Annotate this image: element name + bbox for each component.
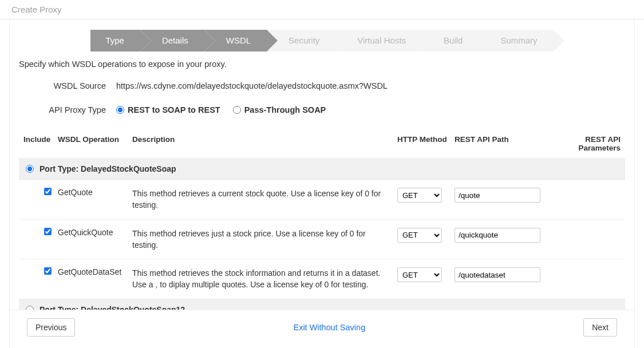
operation-name: GetQuote bbox=[58, 188, 132, 197]
operation-description: This method retrieves a current stock qu… bbox=[132, 188, 397, 211]
step-summary: Summary bbox=[479, 30, 553, 52]
proxy-type-rest-label[interactable]: REST to SOAP to REST bbox=[128, 105, 220, 114]
rest-path-input[interactable] bbox=[455, 228, 540, 243]
proxy-type-row: API Proxy Type REST to SOAP to REST Pass… bbox=[19, 105, 625, 114]
http-method-select[interactable]: GET bbox=[397, 188, 442, 203]
include-checkbox[interactable] bbox=[44, 228, 52, 235]
footer-bar: Previous Exit Without Saving Next bbox=[10, 310, 634, 348]
header-description: Description bbox=[132, 135, 397, 144]
wsdl-source-row: WSDL Source https://ws.cdyne.com/delayed… bbox=[19, 81, 625, 90]
operation-name: GetQuoteDataSet bbox=[58, 267, 132, 276]
wsdl-source-label: WSDL Source bbox=[19, 81, 116, 90]
header-rest-path: REST API Path bbox=[455, 135, 546, 144]
table-row: GetQuoteDataSet This method retrieves th… bbox=[19, 259, 625, 299]
exit-without-saving-link[interactable]: Exit Without Saving bbox=[293, 323, 365, 332]
http-method-select[interactable]: GET bbox=[397, 267, 442, 282]
include-checkbox[interactable] bbox=[44, 267, 52, 275]
proxy-type-passthrough-label[interactable]: Pass-Through SOAP bbox=[244, 105, 326, 114]
header-http-method: HTTP Method bbox=[397, 135, 455, 144]
wsdl-source-value: https://ws.cdyne.com/delayedstockquote/d… bbox=[116, 81, 388, 90]
port-type-radio-soap[interactable] bbox=[26, 165, 34, 173]
port-type-row[interactable]: Port Type: DelayedStockQuoteSoap12 bbox=[19, 299, 625, 310]
header-operation: WSDL Operation bbox=[58, 135, 132, 144]
proxy-type-rest-radio[interactable] bbox=[116, 106, 124, 114]
table-row: GetQuote This method retrieves a current… bbox=[19, 180, 625, 220]
instructions-text: Specify which WSDL operations to expose … bbox=[10, 60, 634, 81]
rest-path-input[interactable] bbox=[455, 267, 540, 282]
rest-path-input[interactable] bbox=[455, 188, 540, 203]
operation-description: This method retrieves the stock informat… bbox=[132, 267, 397, 291]
port-type-label: Port Type: DelayedStockQuoteSoap12 bbox=[39, 305, 185, 310]
header-include: Include bbox=[23, 135, 58, 144]
include-checkbox[interactable] bbox=[44, 188, 52, 195]
previous-button[interactable]: Previous bbox=[27, 318, 75, 337]
table-header-row: Include WSDL Operation Description HTTP … bbox=[19, 129, 625, 159]
step-virtual-hosts: Virtual Hosts bbox=[335, 30, 422, 52]
page-title: Create Proxy bbox=[0, 0, 644, 19]
table-row: GetQuickQuote This method retrieves just… bbox=[19, 220, 625, 260]
step-type[interactable]: Type bbox=[90, 30, 140, 52]
next-button[interactable]: Next bbox=[583, 318, 617, 337]
proxy-type-passthrough-radio[interactable] bbox=[233, 106, 241, 114]
operation-name: GetQuickQuote bbox=[58, 228, 132, 237]
port-type-row[interactable]: Port Type: DelayedStockQuoteSoap bbox=[19, 159, 625, 180]
proxy-type-label: API Proxy Type bbox=[19, 105, 116, 114]
operations-scroll[interactable]: Port Type: DelayedStockQuoteSoap GetQuot… bbox=[19, 159, 625, 310]
operation-description: This method retrieves just a stock price… bbox=[132, 228, 397, 251]
header-rest-params: REST API Parameters bbox=[546, 135, 621, 152]
port-type-label: Port Type: DelayedStockQuoteSoap bbox=[39, 164, 176, 173]
http-method-select[interactable]: GET bbox=[397, 228, 442, 243]
wizard-steps: Type Details WSDL Security Virtual Hosts… bbox=[10, 30, 634, 52]
port-type-radio-soap12[interactable] bbox=[26, 306, 34, 310]
operations-table: Include WSDL Operation Description HTTP … bbox=[19, 129, 625, 310]
